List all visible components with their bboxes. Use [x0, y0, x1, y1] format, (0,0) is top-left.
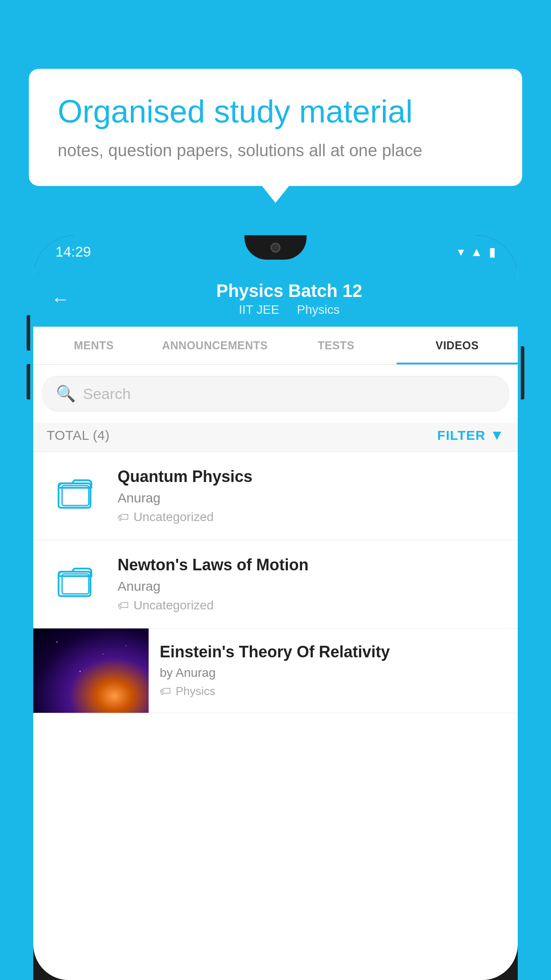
video-title-2: Newton's Laws of Motion — [118, 556, 504, 574]
phone-frame: 14:29 ▾ ▲ ▮ ← Physics Batch 12 IIT JEE P… — [33, 235, 518, 980]
tag-icon-2: 🏷 — [118, 599, 129, 612]
subtitle-iit: IIT JEE — [239, 303, 279, 316]
video-title-3: Einstein's Theory Of Relativity — [160, 643, 507, 661]
filter-label: FILTER — [437, 428, 486, 443]
status-icons: ▾ ▲ ▮ — [458, 245, 496, 259]
list-item[interactable]: Einstein's Theory Of Relativity by Anura… — [33, 628, 518, 713]
tag-label-3: Physics — [176, 684, 216, 698]
video-tag-1: 🏷 Uncategorized — [118, 510, 504, 524]
tag-icon-3: 🏷 — [160, 684, 171, 698]
phone-power-button — [521, 346, 524, 399]
folder-thumbnail-2 — [47, 562, 104, 606]
bubble-title: Organised study material — [58, 93, 493, 130]
tab-tests[interactable]: TESTS — [276, 327, 397, 364]
folder-thumbnail-1 — [47, 474, 104, 518]
tag-label-2: Uncategorized — [134, 598, 214, 612]
screen-subtitle: IIT JEE Physics — [79, 303, 500, 317]
video-title-1: Quantum Physics — [118, 467, 504, 486]
signal-icon: ▲ — [470, 245, 483, 259]
search-input[interactable]: Search — [83, 385, 131, 403]
wifi-icon: ▾ — [458, 245, 464, 259]
battery-icon: ▮ — [489, 245, 496, 259]
list-item[interactable]: Newton's Laws of Motion Anurag 🏷 Uncateg… — [33, 540, 518, 628]
speech-bubble-container: Organised study material notes, question… — [29, 69, 522, 186]
phone-camera — [271, 243, 280, 253]
video-info-1: Quantum Physics Anurag 🏷 Uncategorized — [118, 467, 504, 524]
screen-title: Physics Batch 12 — [79, 281, 500, 301]
phone-volume-up-button — [27, 315, 30, 351]
filter-bar: TOTAL (4) FILTER ▼ — [33, 423, 518, 452]
list-item[interactable]: Quantum Physics Anurag 🏷 Uncategorized — [33, 452, 518, 540]
folder-icon — [58, 565, 93, 603]
video-tag-2: 🏷 Uncategorized — [118, 598, 504, 612]
tab-announcements[interactable]: ANNOUNCEMENTS — [154, 327, 276, 364]
total-count: TOTAL (4) — [47, 428, 110, 443]
phone-notch — [244, 235, 307, 260]
video-list: Quantum Physics Anurag 🏷 Uncategorized — [33, 452, 518, 713]
tag-label-1: Uncategorized — [134, 510, 214, 524]
filter-button[interactable]: FILTER ▼ — [437, 427, 504, 443]
tab-videos[interactable]: VIDEOS — [397, 327, 518, 364]
bubble-subtitle: notes, question papers, solutions all at… — [58, 140, 493, 162]
status-time: 14:29 — [55, 244, 91, 260]
search-bar[interactable]: 🔍 Search — [42, 376, 509, 411]
video-author-1: Anurag — [118, 490, 504, 506]
speech-bubble: Organised study material notes, question… — [29, 69, 522, 186]
tab-ments[interactable]: MENTS — [33, 327, 154, 364]
subtitle-physics: Physics — [297, 303, 339, 316]
phone-volume-down-button — [27, 364, 30, 399]
search-icon: 🔍 — [56, 384, 76, 403]
back-button[interactable]: ← — [51, 288, 70, 310]
tag-icon-1: 🏷 — [118, 510, 129, 524]
tabs-bar: MENTS ANNOUNCEMENTS TESTS VIDEOS — [33, 327, 518, 365]
video-tag-3: 🏷 Physics — [160, 684, 507, 698]
phone-screen: ← Physics Batch 12 IIT JEE Physics MENTS… — [33, 269, 518, 980]
folder-icon — [58, 477, 93, 515]
video-info-3: Einstein's Theory Of Relativity by Anura… — [149, 628, 518, 712]
status-bar: 14:29 ▾ ▲ ▮ — [33, 235, 518, 269]
filter-icon: ▼ — [490, 427, 504, 443]
video-info-2: Newton's Laws of Motion Anurag 🏷 Uncateg… — [118, 556, 504, 612]
app-header: ← Physics Batch 12 IIT JEE Physics — [33, 269, 518, 327]
video-author-2: Anurag — [118, 579, 504, 594]
header-title-area: Physics Batch 12 IIT JEE Physics — [79, 281, 500, 317]
video-author-3: by Anurag — [160, 666, 507, 680]
video-thumbnail-3 — [33, 628, 149, 713]
